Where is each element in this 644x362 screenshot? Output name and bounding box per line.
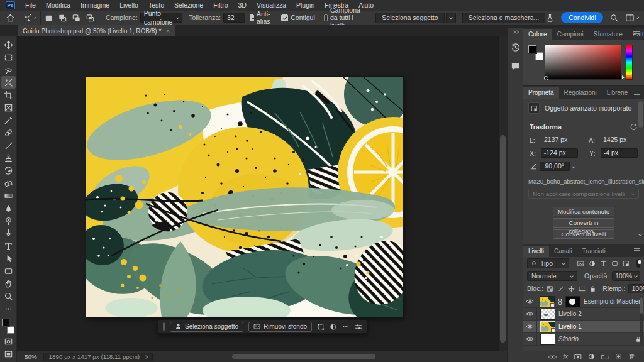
menu-immagine[interactable]: Immagine [75,0,114,11]
status-popup-chevron-icon[interactable] [144,355,148,359]
close-tab-icon[interactable]: × [166,28,170,35]
tab-colore[interactable]: Colore [523,29,552,40]
layer-name[interactable]: Livello 2 [558,310,582,317]
color-panel-menu-icon[interactable] [634,31,640,36]
add-to-selection-icon[interactable] [58,13,67,23]
blend-mode-dropdown[interactable]: Normale [527,272,577,281]
visibility-eye-icon[interactable] [523,308,537,320]
campione-dropdown[interactable]: Punto campione [140,13,183,23]
tab-tracciati[interactable]: Tracciati [577,246,610,257]
new-group-icon[interactable] [601,354,609,360]
ctx-seleziona-soggetto-button[interactable]: Seleziona soggetto [170,322,243,332]
search-icon[interactable] [609,13,619,23]
shape-tool[interactable] [1,265,16,277]
tab-regolazioni[interactable]: Regolazioni [559,87,602,99]
properties-panel-menu-icon[interactable] [634,90,640,95]
modifica-contenuto-button[interactable]: Modifica contenuto [553,207,614,216]
magic-wand-tool-preset-icon[interactable] [23,13,32,23]
angle-dropdown-icon[interactable] [572,165,575,168]
hand-tool[interactable] [1,277,16,290]
converti-in-livelli-button[interactable]: Converti in livelli [553,229,614,239]
ctx-rimuovi-sfondo-button[interactable]: Rimuovi sfondo [248,322,312,332]
visibility-eye-icon[interactable] [523,295,536,307]
dodge-tool[interactable] [1,214,16,227]
frame-tool[interactable] [1,101,16,114]
seleziona-soggetto-dropdown[interactable] [446,13,456,23]
eraser-tool[interactable] [1,177,16,189]
tab-campioni[interactable]: Campioni [552,29,588,40]
menu-modifica[interactable]: Modifica [41,0,75,11]
layer-comp-dropdown[interactable]: Non applicare composizione livelli [528,189,639,199]
foreground-swatch[interactable] [528,45,536,53]
condividi-button[interactable]: Condividi [561,12,603,23]
blur-tool[interactable] [1,202,16,214]
new-selection-icon[interactable] [44,13,53,23]
edit-toolbar-icon[interactable] [1,302,16,315]
new-layer-icon[interactable] [615,353,622,360]
hue-slider[interactable] [626,45,633,80]
angle-input[interactable]: -90,00° [540,162,570,171]
canvas-vertical-scrollbar[interactable] [498,36,507,351]
quick-mask-icon[interactable] [1,335,16,348]
tab-canali[interactable]: Canali [549,246,577,257]
layer-row-livello-1[interactable]: Livello 1 [523,321,644,333]
zoom-level[interactable]: 50% [25,353,37,360]
filter-type-layers-icon[interactable] [600,260,607,267]
layers-scrollbar[interactable] [640,296,643,345]
screen-mode-icon[interactable] [1,348,16,360]
color-swatches[interactable] [1,319,15,334]
filter-smart-objects-icon[interactable] [623,260,630,267]
more-options-icon[interactable] [342,323,350,331]
tab-livelli[interactable]: Livelli [523,246,549,257]
visibility-eye-icon[interactable] [523,333,537,345]
eyedropper-tool[interactable] [1,114,16,126]
fill-field[interactable]: 100% [628,284,644,293]
transform-icon[interactable] [317,323,325,331]
properties-scrollbar[interactable] [638,101,643,227]
color-cursor[interactable] [544,76,548,80]
y-input[interactable]: -4 px [601,148,638,158]
tolleranza-input[interactable]: 32 [223,13,245,23]
delete-layer-icon[interactable] [628,353,635,360]
layer-filter-dropdown[interactable]: Tipo [527,258,569,268]
properties-sliders-icon[interactable] [355,323,362,331]
intersect-selection-icon[interactable] [86,13,95,23]
campiona-tutti-checkbox-box[interactable] [324,14,328,21]
layer-thumbnail[interactable] [541,322,555,332]
filter-shape-layers-icon[interactable] [611,260,618,267]
layer-name[interactable]: Livello 1 [558,323,582,330]
lock-position-icon[interactable] [568,285,575,292]
layer-thumbnail[interactable] [541,334,555,344]
lock-pixels-icon[interactable] [557,285,564,292]
comments-panel-icon[interactable] [509,60,522,72]
layer-name[interactable]: Sfondo [558,336,579,343]
history-brush-tool[interactable] [1,164,16,177]
contigui-checkbox-box[interactable] [281,14,288,21]
hue-slider-arrow[interactable] [622,75,625,79]
workspace-icon[interactable] [625,13,635,23]
tech-preview-flask-icon[interactable] [545,13,555,23]
expand-panels-icon[interactable] [513,31,518,33]
filter-pixel-layers-icon[interactable] [577,260,584,267]
tool-preset-chevron-icon[interactable] [34,16,37,19]
lasso-tool[interactable] [1,63,16,76]
pen-tool[interactable] [1,227,16,239]
adjustment-icon[interactable] [330,323,337,331]
layer-effects-icon[interactable]: fx [563,353,568,360]
zoom-tool[interactable] [1,290,16,302]
horizontal-scrollbar-thumb[interactable] [232,354,375,359]
lock-artboard-icon[interactable] [579,285,586,292]
mask-link-icon[interactable] [558,298,562,305]
menu-file[interactable]: File [20,0,41,11]
workspace-chevron-icon[interactable] [636,16,640,19]
menu-selezione[interactable]: Selezione [169,0,208,11]
canvas-horizontal-scrollbar[interactable] [158,353,502,361]
path-selection-tool[interactable] [1,252,16,265]
document-tab[interactable]: Guida Photoshop.psd @ 50% (Livello 1, RG… [18,25,175,36]
menu-visualizza[interactable]: Visualizza [252,0,291,11]
subtract-from-selection-icon[interactable] [72,13,81,23]
layer-row-sfondo[interactable]: Sfondo [523,333,644,346]
layer-row-esempio-di-maschera[interactable]: Esempio di Maschera [523,295,644,308]
menu-plugin[interactable]: Plugin [291,0,319,11]
layer-name[interactable]: Esempio di Maschera [584,298,641,305]
